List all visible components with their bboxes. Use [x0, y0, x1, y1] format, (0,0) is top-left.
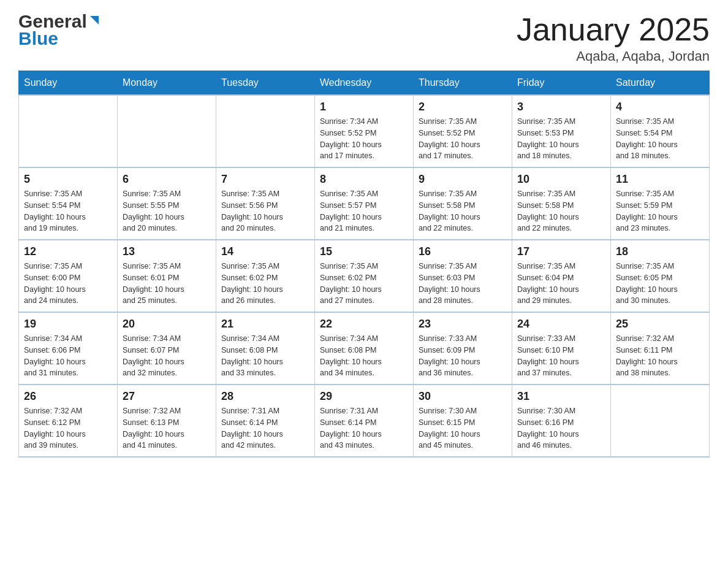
day-number: 8	[320, 173, 408, 186]
day-number: 12	[24, 245, 112, 258]
calendar-day-17: 17Sunrise: 7:35 AM Sunset: 6:04 PM Dayli…	[512, 240, 611, 312]
day-number: 21	[221, 318, 309, 331]
day-info: Sunrise: 7:35 AM Sunset: 6:04 PM Dayligh…	[517, 261, 605, 307]
calendar-day-8: 8Sunrise: 7:35 AM Sunset: 5:57 PM Daylig…	[315, 167, 414, 240]
calendar-day-7: 7Sunrise: 7:35 AM Sunset: 5:56 PM Daylig…	[216, 167, 315, 240]
calendar-day-27: 27Sunrise: 7:32 AM Sunset: 6:13 PM Dayli…	[118, 385, 216, 457]
calendar-day-12: 12Sunrise: 7:35 AM Sunset: 6:00 PM Dayli…	[19, 240, 118, 312]
day-info: Sunrise: 7:35 AM Sunset: 6:05 PM Dayligh…	[616, 261, 704, 307]
day-number: 13	[123, 245, 211, 258]
calendar-day-13: 13Sunrise: 7:35 AM Sunset: 6:01 PM Dayli…	[118, 240, 216, 312]
month-title: January 2025	[517, 12, 710, 47]
day-number: 11	[616, 173, 704, 186]
day-info: Sunrise: 7:34 AM Sunset: 6:07 PM Dayligh…	[123, 333, 211, 379]
day-info: Sunrise: 7:35 AM Sunset: 5:54 PM Dayligh…	[24, 188, 112, 234]
calendar-day-24: 24Sunrise: 7:33 AM Sunset: 6:10 PM Dayli…	[512, 312, 611, 385]
day-info: Sunrise: 7:30 AM Sunset: 6:15 PM Dayligh…	[419, 405, 507, 451]
calendar-header-row: SundayMondayTuesdayWednesdayThursdayFrid…	[19, 71, 710, 96]
calendar-day-22: 22Sunrise: 7:34 AM Sunset: 6:08 PM Dayli…	[315, 312, 414, 385]
day-info: Sunrise: 7:35 AM Sunset: 6:02 PM Dayligh…	[320, 261, 408, 307]
day-info: Sunrise: 7:35 AM Sunset: 5:55 PM Dayligh…	[123, 188, 211, 234]
calendar-day-30: 30Sunrise: 7:30 AM Sunset: 6:15 PM Dayli…	[414, 385, 512, 457]
day-number: 22	[320, 318, 408, 331]
day-info: Sunrise: 7:33 AM Sunset: 6:10 PM Dayligh…	[517, 333, 605, 379]
day-info: Sunrise: 7:35 AM Sunset: 5:56 PM Dayligh…	[221, 188, 309, 234]
calendar-day-19: 19Sunrise: 7:34 AM Sunset: 6:06 PM Dayli…	[19, 312, 118, 385]
calendar-table: SundayMondayTuesdayWednesdayThursdayFrid…	[18, 71, 710, 458]
empty-cell	[216, 95, 315, 167]
calendar-day-9: 9Sunrise: 7:35 AM Sunset: 5:58 PM Daylig…	[414, 167, 512, 240]
day-info: Sunrise: 7:34 AM Sunset: 6:08 PM Dayligh…	[221, 333, 309, 379]
day-number: 14	[221, 245, 309, 258]
day-info: Sunrise: 7:32 AM Sunset: 6:11 PM Dayligh…	[616, 333, 704, 379]
day-number: 20	[123, 318, 211, 331]
day-number: 3	[517, 101, 605, 113]
calendar-day-31: 31Sunrise: 7:30 AM Sunset: 6:16 PM Dayli…	[512, 385, 611, 457]
day-number: 19	[24, 318, 112, 331]
calendar-week-row: 12Sunrise: 7:35 AM Sunset: 6:00 PM Dayli…	[19, 240, 710, 312]
day-info: Sunrise: 7:34 AM Sunset: 5:52 PM Dayligh…	[320, 116, 408, 162]
day-info: Sunrise: 7:32 AM Sunset: 6:12 PM Dayligh…	[24, 405, 112, 451]
page-header: General Blue January 2025 Aqaba, Aqaba, …	[18, 12, 710, 64]
day-number: 31	[517, 390, 605, 403]
title-area: January 2025 Aqaba, Aqaba, Jordan	[517, 12, 710, 64]
day-info: Sunrise: 7:35 AM Sunset: 5:58 PM Dayligh…	[419, 188, 507, 234]
logo-triangle-icon	[89, 15, 100, 28]
calendar-day-11: 11Sunrise: 7:35 AM Sunset: 5:59 PM Dayli…	[611, 167, 710, 240]
svg-marker-0	[90, 16, 99, 25]
day-number: 28	[221, 390, 309, 403]
day-number: 2	[419, 101, 507, 113]
day-number: 30	[419, 390, 507, 403]
day-info: Sunrise: 7:35 AM Sunset: 6:00 PM Dayligh…	[24, 261, 112, 307]
day-info: Sunrise: 7:31 AM Sunset: 6:14 PM Dayligh…	[320, 405, 408, 451]
empty-cell	[19, 95, 118, 167]
calendar-day-25: 25Sunrise: 7:32 AM Sunset: 6:11 PM Dayli…	[611, 312, 710, 385]
day-number: 9	[419, 173, 507, 186]
calendar-day-6: 6Sunrise: 7:35 AM Sunset: 5:55 PM Daylig…	[118, 167, 216, 240]
day-info: Sunrise: 7:33 AM Sunset: 6:09 PM Dayligh…	[419, 333, 507, 379]
day-number: 27	[123, 390, 211, 403]
calendar-day-29: 29Sunrise: 7:31 AM Sunset: 6:14 PM Dayli…	[315, 385, 414, 457]
day-info: Sunrise: 7:34 AM Sunset: 6:06 PM Dayligh…	[24, 333, 112, 379]
day-info: Sunrise: 7:35 AM Sunset: 6:02 PM Dayligh…	[221, 261, 309, 307]
calendar-day-3: 3Sunrise: 7:35 AM Sunset: 5:53 PM Daylig…	[512, 95, 611, 167]
day-info: Sunrise: 7:35 AM Sunset: 5:52 PM Dayligh…	[419, 116, 507, 162]
column-header-tuesday: Tuesday	[216, 71, 315, 96]
column-header-monday: Monday	[118, 71, 216, 96]
day-number: 5	[24, 173, 112, 186]
empty-cell	[611, 385, 710, 457]
column-header-friday: Friday	[512, 71, 611, 96]
calendar-day-5: 5Sunrise: 7:35 AM Sunset: 5:54 PM Daylig…	[19, 167, 118, 240]
day-number: 25	[616, 318, 704, 331]
calendar-day-16: 16Sunrise: 7:35 AM Sunset: 6:03 PM Dayli…	[414, 240, 512, 312]
day-number: 4	[616, 101, 704, 113]
day-info: Sunrise: 7:35 AM Sunset: 6:01 PM Dayligh…	[123, 261, 211, 307]
day-number: 16	[419, 245, 507, 258]
location: Aqaba, Aqaba, Jordan	[517, 48, 710, 64]
calendar-day-21: 21Sunrise: 7:34 AM Sunset: 6:08 PM Dayli…	[216, 312, 315, 385]
calendar-day-18: 18Sunrise: 7:35 AM Sunset: 6:05 PM Dayli…	[611, 240, 710, 312]
day-number: 24	[517, 318, 605, 331]
day-info: Sunrise: 7:35 AM Sunset: 5:57 PM Dayligh…	[320, 188, 408, 234]
day-info: Sunrise: 7:32 AM Sunset: 6:13 PM Dayligh…	[123, 405, 211, 451]
calendar-day-10: 10Sunrise: 7:35 AM Sunset: 5:58 PM Dayli…	[512, 167, 611, 240]
column-header-thursday: Thursday	[414, 71, 512, 96]
empty-cell	[118, 95, 216, 167]
column-header-saturday: Saturday	[611, 71, 710, 96]
calendar-week-row: 5Sunrise: 7:35 AM Sunset: 5:54 PM Daylig…	[19, 167, 710, 240]
calendar-day-15: 15Sunrise: 7:35 AM Sunset: 6:02 PM Dayli…	[315, 240, 414, 312]
day-number: 1	[320, 101, 408, 113]
calendar-day-20: 20Sunrise: 7:34 AM Sunset: 6:07 PM Dayli…	[118, 312, 216, 385]
day-number: 10	[517, 173, 605, 186]
calendar-day-28: 28Sunrise: 7:31 AM Sunset: 6:14 PM Dayli…	[216, 385, 315, 457]
logo-blue-text: Blue	[18, 28, 58, 49]
day-info: Sunrise: 7:31 AM Sunset: 6:14 PM Dayligh…	[221, 405, 309, 451]
column-header-sunday: Sunday	[19, 71, 118, 96]
calendar-week-row: 19Sunrise: 7:34 AM Sunset: 6:06 PM Dayli…	[19, 312, 710, 385]
day-number: 15	[320, 245, 408, 258]
calendar-day-2: 2Sunrise: 7:35 AM Sunset: 5:52 PM Daylig…	[414, 95, 512, 167]
day-info: Sunrise: 7:35 AM Sunset: 5:54 PM Dayligh…	[616, 116, 704, 162]
calendar-day-1: 1Sunrise: 7:34 AM Sunset: 5:52 PM Daylig…	[315, 95, 414, 167]
day-info: Sunrise: 7:35 AM Sunset: 5:59 PM Dayligh…	[616, 188, 704, 234]
calendar-day-23: 23Sunrise: 7:33 AM Sunset: 6:09 PM Dayli…	[414, 312, 512, 385]
